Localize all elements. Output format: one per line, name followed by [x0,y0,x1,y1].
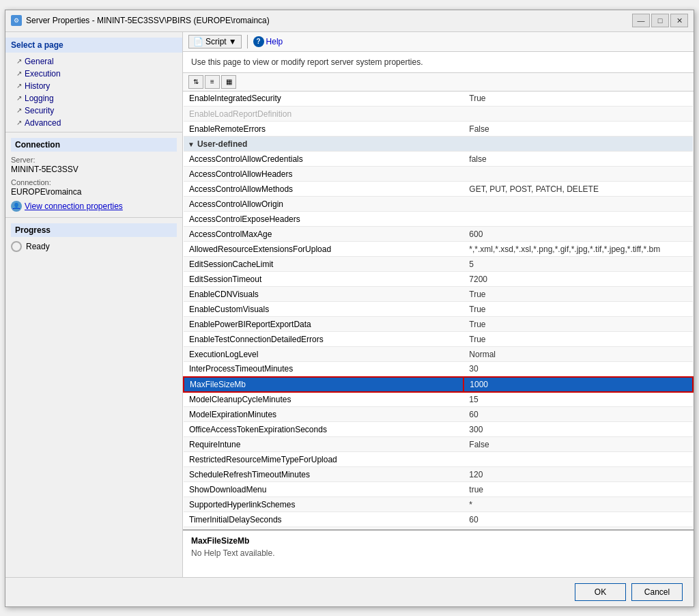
nav-label-general: General [25,57,54,66]
table-row[interactable]: TimerInitialDelaySeconds60 [184,512,693,527]
prop-value-cell [463,212,693,227]
prop-value-cell: * [463,497,693,512]
table-row[interactable]: ShowDownloadMenutrue [184,482,693,497]
prop-value-cell: false [463,152,693,167]
prop-value-cell: 5 [463,257,693,272]
prop-value-cell [463,107,693,122]
help-label: Help [266,37,283,46]
minimize-button[interactable]: — [632,14,650,27]
prop-value-cell: True [463,317,693,332]
table-row[interactable]: ▼User-defined [184,137,693,152]
sidebar: Select a page ↗General↗Execution↗History… [5,32,183,577]
sidebar-item-security[interactable]: ↗Security [5,104,182,117]
prop-name-cell: MaxFileSizeMb [184,377,463,392]
cancel-button[interactable]: Cancel [631,583,683,601]
sidebar-item-history[interactable]: ↗History [5,80,182,92]
nav-arrow-history: ↗ [16,82,22,89]
toolbar: 📄 Script ▼ ? Help [183,32,694,52]
table-row[interactable]: OfficeAccessTokenExpirationSeconds300 [184,422,693,437]
help-button[interactable]: ? Help [253,36,283,47]
title-bar-controls: — □ ✕ [632,14,688,27]
prop-value-cell: 120 [463,467,693,482]
footer: OK Cancel [5,577,694,606]
table-row[interactable]: EnableLoadReportDefinition [184,107,693,122]
table-row[interactable]: AccessControlExposeHeaders [184,212,693,227]
prop-name-cell: EnableCustomVisuals [184,302,463,317]
sidebar-item-execution[interactable]: ↗Execution [5,68,182,80]
properties-table-container[interactable]: EnableIntegratedSecurityTrueEnableLoadRe… [183,92,694,529]
prop-name-cell: EditSessionCacheLimit [184,257,463,272]
table-row[interactable]: ExecutionLogLevelNormal [184,347,693,362]
prop-value-cell: 60 [463,407,693,422]
table-row[interactable]: SupportedHyperlinkSchemes* [184,497,693,512]
table-row[interactable]: MaxFileSizeMb1000 [184,377,693,392]
nav-arrow-logging: ↗ [16,94,22,102]
prop-value-cell: 1000 [463,377,693,392]
prop-value-cell: True [463,287,693,302]
sort-category-button[interactable]: ≡ [205,75,220,89]
prop-name-cell: ScheduleRefreshTimeoutMinutes [184,467,463,482]
prop-value-cell [463,197,693,212]
nav-label-execution: Execution [25,69,61,79]
table-row[interactable]: AccessControlAllowOrigin [184,197,693,212]
prop-name-cell: EnableIntegratedSecurity [184,92,463,107]
connection-title: Connection [11,138,177,152]
sidebar-item-logging[interactable]: ↗Logging [5,92,182,104]
prop-name-cell: EnableCDNVisuals [184,287,463,302]
prop-name-cell: AllowedResourceExtensionsForUpload [184,242,463,257]
table-row[interactable]: ModelExpirationMinutes60 [184,407,693,422]
sidebar-item-general[interactable]: ↗General [5,55,182,68]
connection-link-icon: 👤 [11,201,22,212]
prop-value-cell: 60 [463,512,693,527]
table-row[interactable]: EnablePowerBIReportExportDataTrue [184,317,693,332]
ok-button[interactable]: OK [575,583,626,601]
table-row[interactable]: EnableIntegratedSecurityTrue [184,92,693,107]
table-row[interactable]: AccessControlAllowMethodsGET, PUT, POST,… [184,182,693,197]
prop-value-cell [463,452,693,467]
progress-status: Ready [11,241,177,252]
table-row[interactable]: AllowedResourceExtensionsForUpload*,*.xm… [184,242,693,257]
prop-name-cell: ModelCleanupCycleMinutes [184,392,463,407]
table-row[interactable]: RequireIntuneFalse [184,437,693,452]
script-button[interactable]: 📄 Script ▼ [188,35,242,48]
properties-table: EnableIntegratedSecurityTrueEnableLoadRe… [183,92,694,529]
server-value: MININT-5EC3SSV [11,165,177,174]
prop-value-cell: GET, PUT, POST, PATCH, DELETE [463,182,693,197]
prop-name-cell: ShowDownloadMenu [184,482,463,497]
prop-value-cell: False [463,122,693,137]
nav-label-security: Security [25,106,54,115]
sort-alpha-button[interactable]: ⇅ [188,75,203,89]
table-row[interactable]: AccessControlAllowHeaders [184,167,693,182]
table-row[interactable]: InterProcessTimeoutMinutes30 [184,362,693,377]
table-row[interactable]: EnableTestConnectionDetailedErrorsTrue [184,332,693,347]
table-row[interactable]: RestrictedResourceMimeTypeForUpload [184,452,693,467]
table-row[interactable]: ModelCleanupCycleMinutes15 [184,392,693,407]
prop-name-cell: AccessControlMaxAge [184,227,463,242]
prop-toolbar-btn3[interactable]: ▦ [221,75,236,89]
progress-icon [11,241,22,252]
content-area: 📄 Script ▼ ? Help Use this page to view … [183,32,694,577]
table-row[interactable]: AccessControlAllowCredentialsfalse [184,152,693,167]
table-row[interactable]: ScheduleRefreshTimeoutMinutes120 [184,467,693,482]
progress-title: Progress [11,223,177,237]
table-row[interactable]: AccessControlMaxAge600 [184,227,693,242]
view-connection-link[interactable]: 👤 View connection properties [11,201,177,212]
table-row[interactable]: EnableRemoteErrorsFalse [184,122,693,137]
table-row[interactable]: EnableCustomVisualsTrue [184,302,693,317]
sidebar-item-advanced[interactable]: ↗Advanced [5,117,182,129]
close-button[interactable]: ✕ [670,14,688,27]
table-row[interactable]: EnableCDNVisualsTrue [184,287,693,302]
prop-value-cell: True [463,332,693,347]
desc-title: MaxFileSizeMb [191,536,685,546]
prop-name-cell: EditSessionTimeout [184,272,463,287]
maximize-button[interactable]: □ [651,14,669,27]
script-dropdown-icon: ▼ [229,37,237,46]
prop-value-cell: 7200 [463,272,693,287]
connection-value: EUROPE\romainca [11,187,177,197]
table-row[interactable]: EditSessionCacheLimit5 [184,257,693,272]
connection-section: Connection Server: MININT-5EC3SSV Connec… [5,132,182,218]
nav-arrow-general: ↗ [16,57,22,65]
table-row[interactable]: EditSessionTimeout7200 [184,272,693,287]
nav-arrow-execution: ↗ [16,70,22,77]
prop-name-cell: ModelExpirationMinutes [184,407,463,422]
